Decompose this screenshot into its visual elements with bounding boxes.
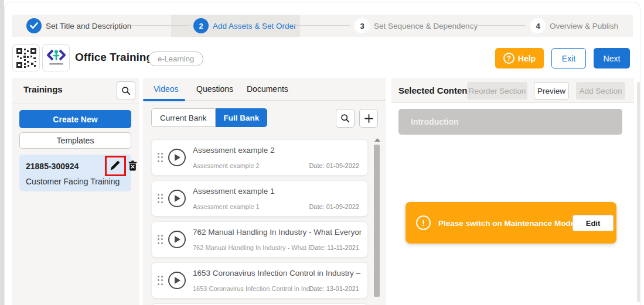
selected-content-heading: Selected Content	[398, 85, 471, 95]
step-3-circle[interactable]: 3	[355, 18, 370, 33]
training-id: 21885-300924	[26, 162, 79, 171]
add-section-button[interactable]: Add Section	[576, 82, 625, 100]
video-title: 762 Manual Handling In Industry - What E…	[193, 228, 362, 237]
divider	[12, 104, 139, 104]
play-icon[interactable]	[168, 231, 186, 248]
scroll-up-arrow-icon[interactable]	[374, 138, 380, 142]
current-bank-toggle[interactable]: Current Bank	[151, 108, 216, 127]
step-1-label[interactable]: Set Title and Description	[46, 22, 131, 30]
elearning-badge: e-Learning	[148, 52, 203, 66]
step-4-label[interactable]: Overview & Publish	[550, 22, 618, 30]
play-icon[interactable]	[168, 272, 186, 289]
window-left-edge	[0, 0, 4, 305]
step-connector	[470, 25, 526, 26]
tab-documents[interactable]: Documents	[247, 84, 288, 94]
asset-search-button[interactable]	[336, 109, 355, 128]
wizard-stepper: Set Title and Description 2 Add Assets &…	[12, 15, 633, 37]
active-tab-underline	[143, 99, 185, 101]
step-2-label[interactable]: Add Assets & Set Order	[213, 22, 297, 30]
video-title: Assessment example 2	[193, 146, 275, 155]
video-list: Assessment example 2 Assessment example …	[151, 139, 368, 305]
step-connector	[131, 25, 189, 26]
drag-handle-icon[interactable]	[158, 194, 163, 203]
video-date: Date: 01-09-2022	[309, 203, 359, 210]
step-connector	[293, 25, 350, 26]
trainings-sidebar: Trainings Create New Templates 21885-300…	[12, 78, 139, 305]
exit-button[interactable]: Exit	[551, 48, 586, 68]
step-3-label[interactable]: Set Sequence & Dependency	[374, 22, 478, 30]
page: Set Title and Description 2 Add Assets &…	[0, 0, 644, 305]
video-date: Date: 13-01-2021	[309, 285, 359, 292]
exclamation-icon: !	[416, 215, 431, 230]
trainings-search-button[interactable]	[117, 81, 135, 100]
templates-button[interactable]: Templates	[19, 132, 131, 149]
video-card[interactable]: Assessment example 1 Assessment example …	[151, 180, 368, 217]
play-icon[interactable]	[168, 190, 186, 207]
full-bank-toggle[interactable]: Full Bank	[216, 108, 268, 127]
drag-handle-icon[interactable]	[158, 235, 163, 244]
search-icon	[340, 114, 350, 123]
video-subtitle: Assessment example 1	[193, 203, 260, 210]
help-button[interactable]: ? Help	[495, 48, 544, 68]
section-introduction[interactable]: Introduction	[398, 109, 622, 135]
delete-trash-icon[interactable]	[128, 160, 137, 171]
video-subtitle: 1653 Coronavirus Infection Control in In…	[193, 285, 310, 292]
video-subtitle: Assessment example 2	[193, 162, 260, 169]
play-icon[interactable]	[168, 149, 186, 166]
company-logo-icon	[46, 48, 67, 68]
create-new-button[interactable]: Create New	[19, 110, 131, 128]
plus-icon	[364, 114, 373, 123]
video-date: Date: 11-11-2021	[310, 244, 359, 251]
asset-bank-panel: Videos Questions Documents Current Bank …	[143, 78, 386, 305]
tab-videos[interactable]: Videos	[154, 84, 179, 94]
right-panel-scrollbar[interactable]	[637, 82, 640, 302]
training-name: Customer Facing Training	[26, 177, 120, 186]
drag-handle-icon[interactable]	[158, 153, 163, 162]
step-4-circle[interactable]: 4	[530, 18, 546, 33]
selected-content-panel: Selected Content Reorder Section Preview…	[391, 78, 634, 305]
add-asset-button[interactable]	[359, 109, 378, 128]
alert-message: Please switch on Maintenance Mode to	[438, 219, 585, 228]
reorder-section-button[interactable]: Reorder Section	[467, 82, 527, 100]
asset-tabs: Videos Questions Documents	[143, 78, 386, 101]
page-title: Office Training	[75, 51, 153, 64]
qr-code-icon	[16, 47, 37, 68]
video-subtitle: 762 Manual Handling In Industry - What E…	[193, 244, 310, 251]
alert-edit-button[interactable]: Edit	[573, 215, 614, 231]
step-1-complete-icon[interactable]	[26, 18, 42, 33]
video-date: Date: 01-09-2022	[309, 162, 359, 169]
video-card[interactable]: 1653 Coronavirus Infection Control in In…	[151, 262, 368, 299]
step-2-circle[interactable]: 2	[193, 18, 209, 33]
trainings-heading: Trainings	[23, 84, 63, 94]
maintenance-mode-alert: ! Please switch on Maintenance Mode to E…	[406, 202, 616, 244]
drag-handle-icon[interactable]	[158, 276, 163, 285]
video-title: 1653 Coronavirus Infection Control in In…	[193, 269, 362, 277]
video-card[interactable]: 762 Manual Handling In Industry - What E…	[151, 221, 368, 258]
help-button-label: Help	[518, 54, 536, 63]
next-button[interactable]: Next	[594, 48, 630, 68]
video-title: Assessment example 1	[193, 187, 275, 196]
scrollbar-thumb[interactable]	[374, 145, 380, 297]
qr-code-image	[12, 44, 40, 71]
company-logo	[42, 44, 70, 71]
preview-button[interactable]: Preview	[534, 82, 569, 100]
video-card[interactable]: Assessment example 2 Assessment example …	[151, 139, 368, 176]
selected-content-header: Selected Content Reorder Section Preview…	[391, 78, 634, 103]
video-list-scrollbar[interactable]	[374, 137, 381, 305]
training-list-item[interactable]: 21885-300924 Customer Facing Training	[19, 155, 131, 191]
tab-questions[interactable]: Questions	[196, 84, 233, 94]
search-icon	[121, 86, 131, 95]
question-mark-icon: ?	[503, 53, 514, 64]
red-highlight-annotation	[105, 156, 126, 176]
section-title: Introduction	[411, 117, 459, 126]
bank-toggle: Current Bank Full Bank	[151, 108, 267, 127]
